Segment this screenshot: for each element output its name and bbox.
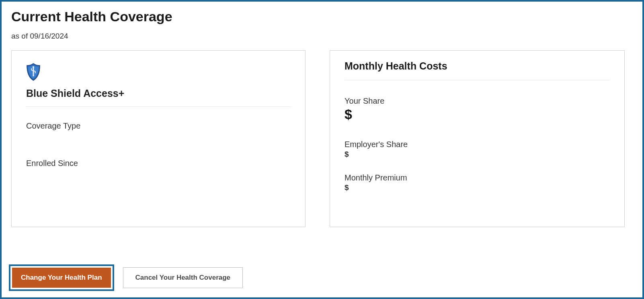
actions-row: Change Your Health Plan Cancel Your Heal…: [9, 264, 243, 291]
employer-share-label: Employer's Share: [345, 140, 610, 149]
employer-share-value: $: [345, 150, 610, 159]
svg-point-1: [33, 66, 34, 68]
plan-name: Blue Shield Access+: [26, 88, 291, 107]
blue-shield-icon: [26, 63, 291, 83]
monthly-costs-title: Monthly Health Costs: [345, 60, 610, 80]
your-share-value: $: [345, 106, 610, 122]
cards-row: Blue Shield Access+ Coverage Type Enroll…: [11, 50, 633, 227]
svg-rect-0: [33, 68, 34, 76]
monthly-premium-label: Monthly Premium: [345, 173, 610, 182]
enrolled-since-label: Enrolled Since: [26, 159, 291, 168]
coverage-type-label: Coverage Type: [26, 121, 291, 131]
monthly-premium-value: $: [345, 183, 610, 192]
as-of-date: as of 09/16/2024: [11, 32, 633, 41]
plan-card: Blue Shield Access+ Coverage Type Enroll…: [11, 50, 306, 227]
monthly-costs-card: Monthly Health Costs Your Share $ Employ…: [330, 50, 625, 227]
your-share-label: Your Share: [345, 96, 610, 106]
change-plan-button[interactable]: Change Your Health Plan: [12, 268, 111, 288]
page-title: Current Health Coverage: [11, 9, 633, 25]
cancel-coverage-button[interactable]: Cancel Your Health Coverage: [123, 267, 243, 288]
change-plan-highlight: Change Your Health Plan: [9, 264, 114, 291]
page-frame: Current Health Coverage as of 09/16/2024…: [0, 0, 644, 299]
